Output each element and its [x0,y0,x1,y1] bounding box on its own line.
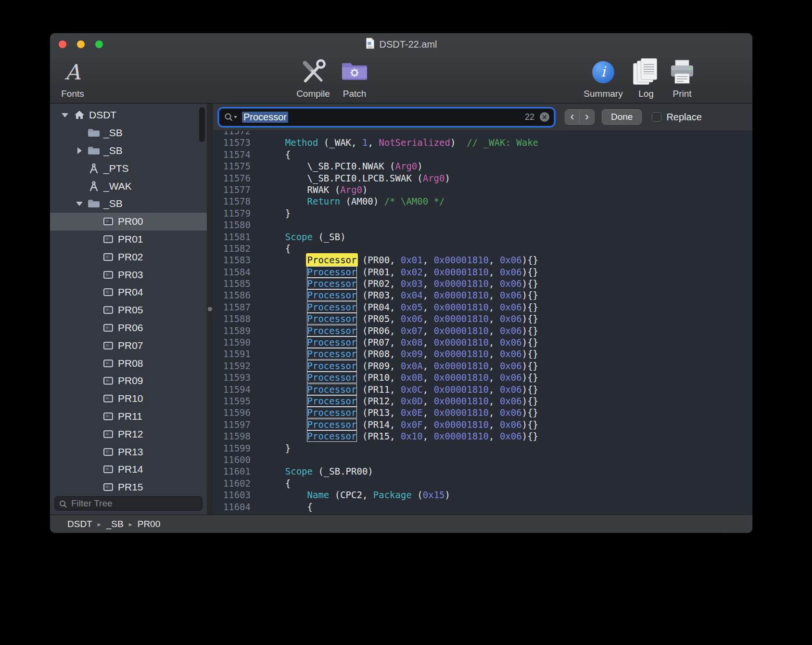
zoom-button[interactable] [95,40,103,48]
code-line: 11587 Processor (PR04, 0x05, 0x00001810,… [213,301,752,313]
minimize-button[interactable] [77,40,85,48]
sidebar-item-pr06[interactable]: PR06 [50,319,207,337]
toolbar: A Fonts Compile [50,55,752,103]
search-field[interactable]: Processor 22 ✕ [219,108,554,126]
code-text: RWAK (Arg0) [257,184,368,195]
desktop-background: DSDT-22.aml A Fonts [0,0,812,645]
printer-icon [668,56,697,88]
tree-item-label: PR04 [118,286,143,298]
code-line: 11598 Processor (PR15, 0x10, 0x00001810,… [213,430,752,442]
sidebar-item-sb[interactable]: _SB [50,195,207,213]
line-number: 11592 [213,360,257,372]
tree-item-label: PR02 [118,251,143,263]
sidebar-item-pr02[interactable]: PR02 [50,248,207,266]
disclosure-expanded-icon[interactable] [73,202,86,206]
sidebar-item-pr00[interactable]: PR00 [50,213,207,231]
sidebar-scrollbar-thumb[interactable] [199,107,205,142]
breadcrumb-separator: ▸ [98,520,101,528]
sidebar-item-wak[interactable]: _WAK [50,177,207,195]
breadcrumb-item[interactable]: PR00 [138,519,161,529]
tree-item-label: PR12 [118,428,143,440]
sidebar-item-sb[interactable]: _SB [50,142,207,160]
patch-button[interactable]: Patch [336,56,373,99]
done-button[interactable]: Done [602,109,642,125]
sidebar-item-pr14[interactable]: PR14 [50,461,207,478]
clear-search-button[interactable]: ✕ [540,112,549,122]
code-line: 11604 { [213,501,752,513]
sidebar-item-pr13[interactable]: PR13 [50,443,207,461]
previous-match-button[interactable]: ‹ [565,110,580,124]
code-line: 11572 [213,131,752,137]
code-text: Scope (_SB.PR00) [257,465,373,477]
search-match: Processor [307,302,357,312]
line-number: 11588 [213,313,257,324]
window-header: DSDT-22.aml A Fonts [50,33,752,103]
compile-button[interactable]: Compile [292,56,334,99]
code-text: Processor (PR07, 0x08, 0x00001810, 0x06)… [257,336,538,348]
breadcrumb-item[interactable]: _SB [106,519,124,529]
next-match-button[interactable]: › [580,110,594,124]
code-area[interactable]: 1157211573 Method (_WAK, 1, NotSerialize… [213,131,752,515]
line-number: 11577 [213,184,257,195]
log-button[interactable]: Log [630,56,662,99]
filter-tree-input[interactable] [54,496,203,511]
editor-pane: Processor 22 ✕ ‹ › Done Replace 11 [213,103,752,515]
close-button[interactable] [59,40,66,48]
code-text: Processor (PR08, 0x09, 0x00001810, 0x06)… [257,348,538,360]
line-number: 11604 [213,501,257,513]
sidebar-item-pr10[interactable]: PR10 [50,390,207,408]
fonts-icon: A [65,62,80,83]
chip-icon [100,430,116,439]
tree-item-label: PR01 [118,233,143,245]
line-number: 11580 [213,219,257,231]
tree-item-label: PR08 [118,358,143,369]
line-number: 11599 [213,442,257,454]
code-line: 11573 Method (_WAK, 1, NotSerialized) //… [213,137,752,148]
sidebar-item-pr07[interactable]: PR07 [50,336,207,354]
sidebar-item-pr04[interactable]: PR04 [50,284,207,301]
disclosure-collapsed-icon[interactable] [73,147,86,154]
replace-checkbox[interactable] [652,112,661,122]
line-number: 11594 [213,384,257,395]
tree-item-label: _SB [103,127,123,139]
window-title-area: DSDT-22.aml [365,33,437,55]
splitter-handle-icon[interactable] [208,307,212,311]
titlebar: DSDT-22.aml [50,33,752,55]
sidebar-item-pts[interactable]: _PTS [50,159,207,177]
maciasl-window: DSDT-22.aml A Fonts [50,33,752,533]
print-button[interactable]: Print [664,56,700,99]
breadcrumb-item[interactable]: DSDT [67,519,92,529]
code-text [257,219,263,231]
patch-label: Patch [343,89,367,99]
disclosure-expanded-icon[interactable] [59,113,71,117]
breadcrumb: DSDT▸_SB▸PR00 [67,519,160,529]
compile-label: Compile [296,89,330,99]
line-number: 11596 [213,407,257,418]
line-number: 11584 [213,266,257,278]
summary-button[interactable]: i Summary [582,56,624,99]
sidebar-item-pr11[interactable]: PR11 [50,408,207,426]
sidebar-item-pr08[interactable]: PR08 [50,354,207,372]
sidebar-item-sb[interactable]: _SB [50,124,207,142]
sidebar-item-pr12[interactable]: PR12 [50,425,207,443]
search-match: Processor [307,325,357,336]
sidebar-item-dsdt[interactable]: DSDT [50,106,207,124]
sidebar-item-pr03[interactable]: PR03 [50,266,207,284]
sidebar-item-pr01[interactable]: PR01 [50,231,207,248]
tree-item-label: DSDT [89,109,116,121]
code-line: 11584 Processor (PR01, 0x02, 0x00001810,… [213,266,752,278]
line-number: 11597 [213,419,257,430]
match-nav-group: ‹ › [565,109,595,125]
sidebar-item-pr05[interactable]: PR05 [50,301,207,319]
breadcrumb-separator: ▸ [129,520,132,528]
pane-splitter[interactable] [207,103,213,515]
code-text: Processor (PR01, 0x02, 0x00001810, 0x06)… [257,266,538,278]
sidebar-item-pr15[interactable]: PR15 [50,478,207,493]
fonts-label: Fonts [61,89,84,99]
code-text: Processor (PR02, 0x03, 0x00001810, 0x06)… [257,278,538,289]
line-number: 11598 [213,430,257,442]
sidebar-item-pr09[interactable]: PR09 [50,372,207,390]
code-line: 11595 Processor (PR12, 0x0D, 0x00001810,… [213,395,752,407]
window-title: DSDT-22.aml [379,39,437,50]
fonts-button[interactable]: A Fonts [56,56,89,99]
